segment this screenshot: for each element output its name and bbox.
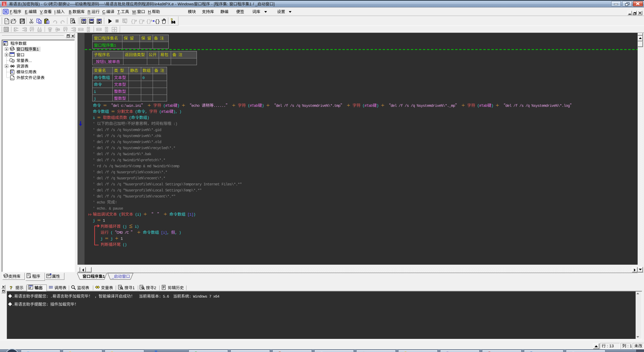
svg-text:?: ? <box>10 285 12 290</box>
